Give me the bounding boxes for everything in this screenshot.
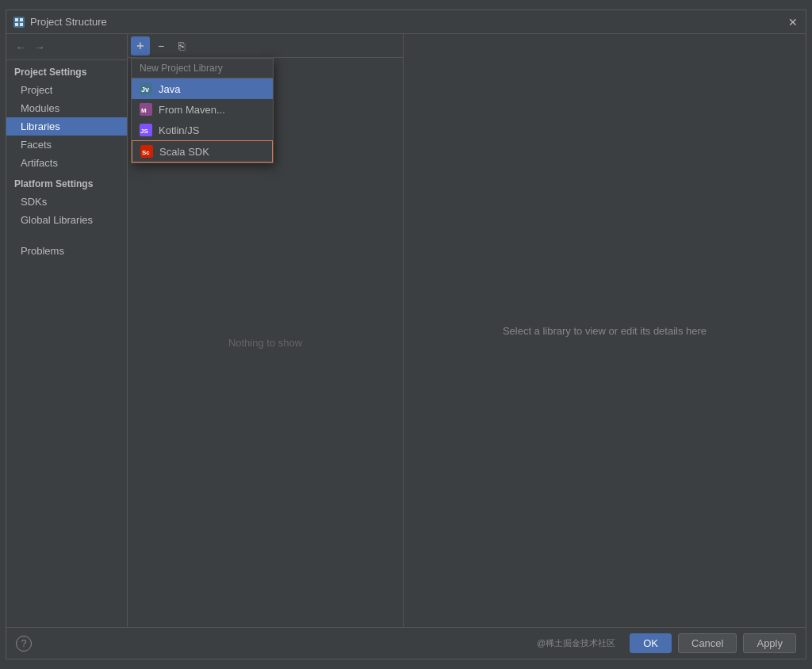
new-library-dropdown: New Project Library Jv Java — [131, 58, 274, 163]
nav-forward-button[interactable]: → — [32, 39, 48, 55]
sidebar-item-sdks[interactable]: SDKs — [6, 193, 127, 211]
sidebar: ← → Project Settings Project Modules Lib… — [6, 34, 128, 627]
dropdown-scala-label: Scala SDK — [159, 146, 209, 158]
svg-rect-2 — [20, 18, 23, 21]
copy-library-button[interactable]: ⎘ — [172, 36, 191, 55]
svg-text:Jv: Jv — [141, 86, 149, 94]
bottom-left: ? — [16, 636, 32, 652]
cancel-button[interactable]: Cancel — [678, 633, 737, 653]
svg-rect-3 — [15, 23, 18, 26]
sidebar-item-project[interactable]: Project — [6, 81, 127, 99]
kotlin-icon: JS — [140, 124, 152, 136]
dropdown-kotlin-label: Kotlin/JS — [159, 124, 199, 136]
java-icon: Jv — [140, 82, 152, 95]
project-structure-window: Project Structure ✕ ← → Project Settings… — [6, 10, 806, 659]
scala-icon: Sc — [140, 145, 153, 158]
right-content: + − ⎘ New Project Library Jv J — [128, 34, 806, 627]
ok-button[interactable]: OK — [630, 633, 672, 653]
sidebar-item-libraries[interactable]: Libraries — [6, 117, 127, 136]
sidebar-item-modules[interactable]: Modules — [6, 99, 127, 117]
titlebar: Project Structure ✕ — [6, 10, 806, 34]
detail-hint: Select a library to view or edit its det… — [503, 325, 707, 337]
bottom-right: @稀土掘金技术社区 OK Cancel Apply — [537, 633, 796, 653]
window-title: Project Structure — [30, 16, 107, 28]
dropdown-maven-label: From Maven... — [159, 104, 225, 116]
apply-button[interactable]: Apply — [743, 633, 796, 653]
project-settings-header: Project Settings — [6, 60, 127, 81]
library-panel: + − ⎘ New Project Library Jv J — [128, 34, 404, 627]
detail-panel: Select a library to view or edit its det… — [404, 34, 806, 627]
sidebar-item-problems[interactable]: Problems — [6, 242, 127, 260]
nav-controls: ← → — [6, 34, 127, 60]
watermark-text: @稀土掘金技术社区 — [537, 637, 615, 649]
maven-icon: M — [140, 103, 152, 116]
add-library-button[interactable]: + — [131, 36, 150, 55]
sidebar-item-artifacts[interactable]: Artifacts — [6, 154, 127, 172]
help-button[interactable]: ? — [16, 636, 32, 652]
dropdown-item-kotlin[interactable]: JS Kotlin/JS — [132, 120, 273, 140]
nav-back-button[interactable]: ← — [13, 39, 29, 55]
window-icon — [13, 16, 25, 29]
close-button[interactable]: ✕ — [787, 16, 799, 29]
platform-settings-header: Platform Settings — [6, 172, 127, 193]
sidebar-item-global-libraries[interactable]: Global Libraries — [6, 211, 127, 229]
panel-toolbar: + − ⎘ — [128, 34, 403, 58]
titlebar-left: Project Structure — [13, 16, 107, 29]
svg-rect-4 — [20, 23, 23, 26]
dropdown-java-label: Java — [159, 83, 180, 95]
dropdown-item-java[interactable]: Jv Java — [132, 78, 273, 99]
svg-rect-1 — [15, 18, 18, 21]
remove-library-button[interactable]: − — [151, 36, 170, 55]
main-content: ← → Project Settings Project Modules Lib… — [6, 34, 806, 627]
sidebar-item-facets[interactable]: Facets — [6, 136, 127, 154]
svg-text:Sc: Sc — [142, 149, 150, 156]
bottom-bar: ? @稀土掘金技术社区 OK Cancel Apply — [6, 627, 806, 659]
svg-text:JS: JS — [140, 128, 148, 135]
svg-text:M: M — [141, 107, 147, 114]
dropdown-item-maven[interactable]: M From Maven... — [132, 99, 273, 120]
dropdown-item-scala[interactable]: Sc Scala SDK — [132, 140, 273, 162]
dropdown-header: New Project Library — [132, 59, 273, 78]
